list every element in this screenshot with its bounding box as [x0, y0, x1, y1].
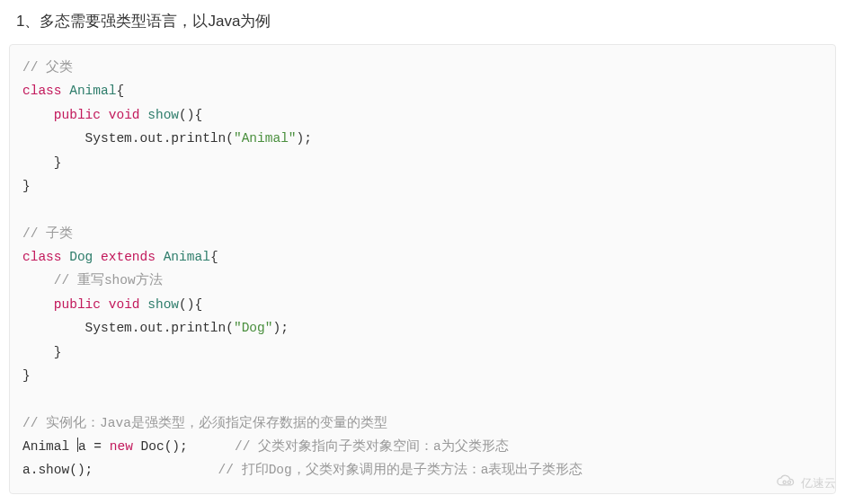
- class-name-dog: Dog: [69, 250, 93, 264]
- string-dog: "Dog": [234, 321, 273, 335]
- fn-show: show: [147, 108, 179, 122]
- print-suffix: );: [272, 321, 288, 335]
- comment-parent: // 父类: [22, 60, 73, 75]
- comment-instantiate: // 实例化：Java是强类型，必须指定保存数据的变量的类型: [22, 416, 387, 430]
- class-name-animal: Animal: [164, 250, 210, 264]
- string-animal: "Animal": [234, 131, 297, 146]
- comment-override: // 重写show方法: [54, 273, 163, 287]
- inst-var: a: [78, 439, 86, 454]
- cloud-icon: [774, 474, 797, 491]
- kw-public: public: [54, 297, 101, 312]
- paren: (){: [179, 108, 202, 122]
- pad: [188, 439, 235, 454]
- kw-class: class: [22, 250, 62, 264]
- comment-child: // 子类: [22, 226, 73, 241]
- comment-line1: // 父类对象指向子类对象空间：a为父类形态: [235, 439, 509, 454]
- kw-class: class: [22, 84, 62, 98]
- call-show: a.show();: [22, 463, 93, 477]
- section-heading: 1、多态需要强类型语言，以Java为例: [0, 0, 845, 44]
- paren: (){: [179, 297, 202, 312]
- watermark: 亿速云: [774, 474, 836, 491]
- kw-void: void: [109, 108, 140, 122]
- print-suffix: );: [297, 131, 312, 146]
- brace: }: [22, 179, 31, 193]
- kw-public: public: [54, 108, 101, 122]
- brace: {: [210, 250, 218, 264]
- brace: }: [22, 368, 31, 383]
- fn-show: show: [147, 297, 179, 312]
- brace: }: [22, 155, 62, 170]
- brace: }: [22, 345, 62, 359]
- comment-line2: // 打印Dog，父类对象调用的是子类方法：a表现出子类形态: [218, 463, 583, 477]
- print-prefix: System.out.println(: [22, 131, 234, 146]
- kw-extends: extends: [101, 250, 156, 264]
- brace: {: [116, 84, 124, 98]
- inst-doc: Doc();: [133, 439, 188, 454]
- print-prefix: System.out.println(: [22, 321, 234, 335]
- svg-point-0: [783, 481, 786, 483]
- svg-point-1: [787, 481, 790, 483]
- kw-void: void: [109, 297, 140, 312]
- pad: [93, 463, 218, 477]
- watermark-text: 亿速云: [801, 475, 836, 491]
- class-name-animal: Animal: [69, 84, 116, 98]
- inst-type: Animal: [22, 439, 77, 454]
- inst-eq: =: [86, 439, 110, 454]
- code-block: // 父类 class Animal{ public void show(){ …: [9, 44, 836, 494]
- kw-new: new: [110, 439, 133, 454]
